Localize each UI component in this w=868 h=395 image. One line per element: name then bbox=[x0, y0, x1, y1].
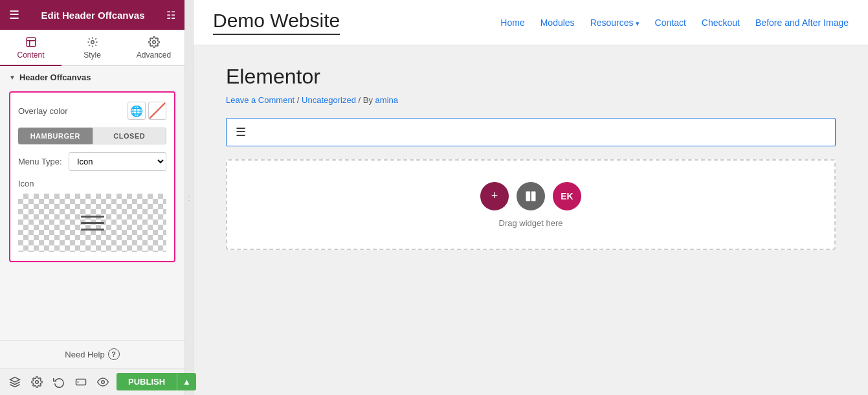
tab-content[interactable]: Content bbox=[0, 30, 61, 66]
svg-rect-10 bbox=[526, 191, 531, 201]
drag-widget-area: + EK Drag widget here bbox=[226, 159, 836, 250]
menu-type-select[interactable]: Icon Text bbox=[69, 152, 166, 171]
left-panel: ☰ Edit Header Offcanvas ☷ Content Style … bbox=[0, 0, 184, 395]
nav-contact[interactable]: Contact bbox=[655, 17, 686, 28]
menu-icon[interactable]: ☰ bbox=[9, 8, 19, 22]
section-arrow: ▼ bbox=[9, 74, 16, 81]
bottom-left-icons bbox=[6, 374, 111, 390]
resize-handle[interactable]: ⋮ bbox=[184, 0, 194, 395]
svg-point-6 bbox=[36, 380, 39, 383]
nav-modules[interactable]: Modules bbox=[540, 17, 575, 28]
svg-point-4 bbox=[152, 41, 155, 44]
publish-dropdown-button[interactable]: ▲ bbox=[177, 373, 196, 390]
color-controls: 🌐 bbox=[128, 102, 166, 120]
breadcrumb: Leave a Comment / Uncategorized / By ami… bbox=[226, 95, 836, 105]
icon-label: Icon bbox=[18, 179, 166, 188]
bottom-toolbar: PUBLISH ▲ bbox=[0, 368, 184, 395]
site-logo[interactable]: Demo Website bbox=[213, 10, 340, 35]
menu-type-row: Menu Type: Icon Text bbox=[18, 152, 166, 171]
inner-section-icon bbox=[524, 190, 537, 203]
page-title: Elementor bbox=[226, 65, 836, 89]
widget-edit-box[interactable]: ☰ bbox=[226, 118, 836, 146]
hamburger-line-1 bbox=[81, 216, 104, 218]
panel-tabs: Content Style Advanced bbox=[0, 30, 184, 66]
svg-point-3 bbox=[91, 41, 94, 44]
hamburger-preview-icon bbox=[81, 216, 104, 231]
svg-marker-5 bbox=[10, 377, 20, 382]
page-area: Elementor Leave a Comment / Uncategorize… bbox=[194, 45, 868, 395]
settings-icon[interactable] bbox=[28, 374, 45, 390]
hamburger-line-2 bbox=[81, 222, 104, 224]
hamburger-toggle-group: HAMBURGER CLOSED bbox=[18, 128, 166, 144]
tab-style-label: Style bbox=[83, 51, 101, 60]
nav-checkout[interactable]: Checkout bbox=[702, 17, 740, 28]
svg-rect-11 bbox=[531, 191, 536, 201]
icon-section: Icon bbox=[18, 179, 166, 252]
panel-title: Edit Header Offcanvas bbox=[41, 10, 144, 21]
color-global-button[interactable]: 🌐 bbox=[128, 102, 146, 120]
content-icon bbox=[25, 36, 37, 48]
history-icon[interactable] bbox=[50, 374, 67, 390]
svg-point-9 bbox=[102, 380, 105, 383]
responsive-icon[interactable] bbox=[72, 374, 89, 390]
tab-advanced-label: Advanced bbox=[137, 51, 171, 60]
drag-text: Drag widget here bbox=[499, 218, 563, 228]
need-help-text: Need Help bbox=[65, 350, 104, 359]
color-picker-button[interactable] bbox=[148, 102, 166, 120]
breadcrumb-sep2: / By bbox=[359, 95, 373, 105]
drag-widget-icons: + EK bbox=[480, 182, 581, 210]
layers-icon[interactable] bbox=[6, 374, 23, 390]
highlighted-settings-box: Overlay color 🌐 HAMBURGER CLOSED Menu Ty… bbox=[9, 91, 175, 262]
menu-type-label: Menu Type: bbox=[18, 157, 63, 166]
site-header: Demo Website Home Modules Resources Cont… bbox=[194, 0, 868, 45]
slash-line bbox=[149, 102, 165, 119]
need-help-row: Need Help ? bbox=[9, 348, 175, 360]
nav-home[interactable]: Home bbox=[500, 17, 524, 28]
breadcrumb-sep1: / bbox=[297, 95, 300, 105]
overlay-color-row: Overlay color 🌐 bbox=[18, 102, 166, 120]
nav-resources[interactable]: Resources bbox=[590, 17, 640, 28]
breadcrumb-comment-link[interactable]: Leave a Comment bbox=[226, 95, 295, 105]
panel-footer: Need Help ? bbox=[0, 340, 184, 368]
breadcrumb-author-link[interactable]: amina bbox=[375, 95, 398, 105]
advanced-icon bbox=[148, 36, 160, 48]
section-title: Header Offcanvas bbox=[19, 73, 91, 82]
widget-hamburger-icon: ☰ bbox=[236, 125, 246, 139]
svg-rect-0 bbox=[27, 38, 36, 47]
grid-icon[interactable]: ☷ bbox=[166, 9, 175, 21]
template-button[interactable]: EK bbox=[553, 182, 581, 210]
tab-advanced[interactable]: Advanced bbox=[123, 30, 184, 66]
add-widget-button[interactable]: + bbox=[480, 182, 509, 210]
nav-before-after[interactable]: Before and After Image bbox=[755, 17, 849, 28]
publish-group: PUBLISH ▲ bbox=[117, 373, 196, 390]
hamburger-line-3 bbox=[81, 229, 104, 231]
preview-icon[interactable] bbox=[95, 374, 111, 390]
overlay-color-label: Overlay color bbox=[18, 106, 68, 116]
help-icon[interactable]: ? bbox=[108, 348, 120, 360]
tab-style[interactable]: Style bbox=[61, 30, 123, 66]
icon-preview[interactable] bbox=[18, 194, 166, 252]
tab-content-label: Content bbox=[17, 51, 44, 60]
main-content: Demo Website Home Modules Resources Cont… bbox=[194, 0, 868, 395]
style-icon bbox=[87, 36, 98, 48]
panel-header: ☰ Edit Header Offcanvas ☷ bbox=[0, 0, 184, 30]
hamburger-button[interactable]: HAMBURGER bbox=[18, 128, 93, 144]
section-header[interactable]: ▼ Header Offcanvas bbox=[9, 73, 175, 82]
breadcrumb-category-link[interactable]: Uncategorized bbox=[302, 95, 356, 105]
site-nav: Home Modules Resources Contact Checkout … bbox=[500, 17, 849, 28]
closed-button[interactable]: CLOSED bbox=[93, 128, 167, 144]
inner-section-button[interactable] bbox=[517, 182, 545, 210]
publish-button[interactable]: PUBLISH bbox=[117, 373, 177, 390]
